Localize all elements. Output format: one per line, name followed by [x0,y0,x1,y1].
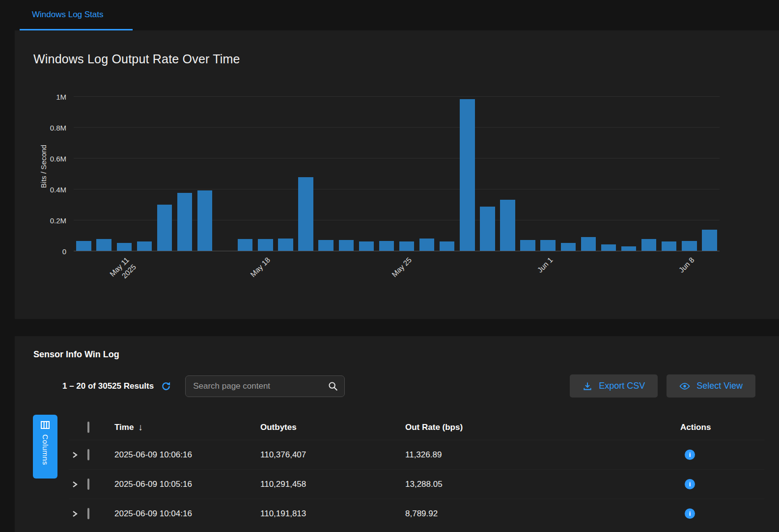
chart-bar[interactable] [258,239,273,251]
expand-chevron-icon[interactable] [69,451,87,459]
chart-bar[interactable] [278,239,293,251]
y-tick-label: 0.6M [50,155,74,163]
search-input[interactable] [185,375,345,397]
chart-bar[interactable] [117,243,132,251]
chart-bar[interactable] [379,241,394,251]
gridline [74,127,720,128]
section-title: Sensor Info Win Log [15,336,779,360]
chart-bar[interactable] [137,241,152,251]
table-header-row: Time ↓ Outbytes Out Rate (bps) Actions [69,415,764,440]
chart-bar[interactable] [520,240,535,251]
cell-out-rate: 13,288.05 [405,479,680,489]
cell-time: 2025-06-09 10:06:16 [114,450,260,460]
search-icon [328,381,338,392]
y-axis-label: Bits / Second [39,145,48,188]
chart-bar[interactable] [500,200,515,251]
chart-bar[interactable] [399,241,414,251]
chart-bar[interactable] [96,239,111,251]
expand-chevron-icon[interactable] [69,510,87,518]
chart-panel: Windows Log Output Rate Over Time Bits /… [15,30,779,319]
column-header-out-rate[interactable]: Out Rate (bps) [405,423,680,432]
columns-icon [41,421,50,429]
chart-bar[interactable] [157,205,172,251]
refresh-icon [161,381,171,392]
chart-bar[interactable] [339,240,354,251]
expand-chevron-icon[interactable] [69,480,87,488]
chart-bar[interactable] [682,241,696,251]
chart-bar[interactable] [601,244,616,251]
gridline [74,189,720,189]
row-checkbox[interactable] [87,449,89,460]
columns-button[interactable]: Columns [33,415,57,479]
tab-bar: Windows Log Stats [0,0,779,30]
table-controls: 1 – 20 of 30525 Results [62,374,755,398]
y-tick-label: 0.4M [50,186,74,194]
row-checkbox[interactable] [87,508,89,519]
cell-outbytes: 110,376,407 [260,450,405,460]
cell-out-rate: 8,789.92 [405,509,680,519]
refresh-button[interactable] [161,381,171,392]
chart-bar[interactable] [419,239,434,251]
chart-bar[interactable] [298,177,313,251]
column-header-time[interactable]: Time ↓ [114,422,260,433]
info-icon[interactable]: i [685,508,695,519]
sort-desc-icon: ↓ [138,422,143,433]
chart-bar[interactable] [460,99,474,251]
chart-bar[interactable] [177,193,192,251]
chart-bar[interactable] [662,241,676,251]
export-csv-button[interactable]: Export CSV [570,374,658,398]
info-icon[interactable]: i [685,479,695,489]
chart-bar[interactable] [197,190,212,251]
chart-bar[interactable] [480,207,495,251]
select-view-button[interactable]: Select View [667,374,755,398]
y-tick-label: 1M [56,93,74,101]
y-tick-label: 0.2M [50,216,74,225]
table-row[interactable]: 2025-06-09 10:06:16 110,376,407 11,326.8… [69,440,764,469]
table-panel: Sensor Info Win Log 1 – 20 of 30525 Resu… [15,336,779,532]
results-summary: 1 – 20 of 30525 Results [62,381,171,392]
table-row[interactable]: 2025-06-09 10:04:16 110,191,813 8,789.92… [69,499,764,528]
chart-bar[interactable] [238,239,252,251]
gridline [74,96,720,97]
select-view-label: Select View [696,381,743,391]
cell-time: 2025-06-09 10:05:16 [114,479,260,489]
gridline [74,158,720,159]
select-all-checkbox[interactable] [87,422,89,433]
chart-bar[interactable] [641,239,656,251]
search-box [185,375,345,397]
tab-label: Windows Log Stats [32,10,104,20]
eye-icon [679,381,690,392]
cell-outbytes: 110,291,458 [260,479,405,489]
tab-windows-log-stats[interactable]: Windows Log Stats [20,0,133,30]
chart-bar[interactable] [318,240,333,251]
chart-bar[interactable] [581,237,596,251]
column-header-actions: Actions [680,423,764,432]
chart: Bits / Second 00.2M0.4M0.6M0.8M1MMay 112… [15,97,779,251]
info-icon[interactable]: i [685,450,695,460]
chart-title: Windows Log Output Rate Over Time [15,30,779,66]
chart-bar[interactable] [440,241,454,251]
table-row[interactable]: 2025-06-09 10:05:16 110,291,458 13,288.0… [69,469,764,499]
column-header-outbytes[interactable]: Outbytes [260,423,405,432]
row-checkbox[interactable] [87,479,89,490]
chart-bar[interactable] [76,241,91,251]
cell-out-rate: 11,326.89 [405,450,680,460]
results-text: 1 – 20 of 30525 Results [62,381,154,391]
gridline [74,251,720,251]
cell-outbytes: 110,191,813 [260,509,405,519]
chart-bar[interactable] [561,243,576,251]
y-tick-label: 0 [62,247,74,256]
chart-bar[interactable] [359,241,374,251]
download-icon [583,381,592,391]
chart-bar[interactable] [621,246,636,251]
chart-bar[interactable] [702,230,717,251]
chart-bar[interactable] [540,240,555,251]
data-table: Time ↓ Outbytes Out Rate (bps) Actions 2… [69,415,764,528]
y-tick-label: 0.8M [50,124,74,132]
export-csv-label: Export CSV [599,381,645,391]
chart-plot: 00.2M0.4M0.6M0.8M1MMay 112025May 18May 2… [74,97,720,251]
cell-time: 2025-06-09 10:04:16 [114,509,260,519]
columns-button-label: Columns [41,434,50,465]
